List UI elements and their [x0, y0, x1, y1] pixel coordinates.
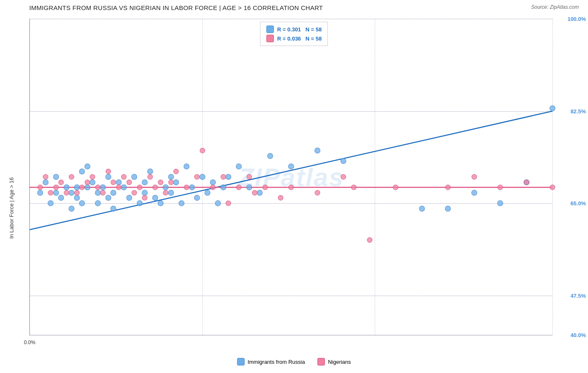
y-axis-label: In Labor Force | Age > 16 [8, 177, 15, 239]
y-label-82: 82.5% [570, 108, 586, 114]
scatter-dot-pink [184, 185, 189, 190]
legend-r-pink: R = 0.036 N = 58 [277, 36, 322, 42]
scatter-dot-pink [393, 185, 399, 190]
legend-swatch-pink [266, 35, 274, 42]
scatter-dot-blue [267, 153, 273, 159]
scatter-dot-blue [137, 200, 143, 206]
scatter-dot-pink [236, 185, 242, 190]
scatter-dot-blue [257, 190, 263, 196]
scatter-dot-pink [64, 190, 69, 195]
scatter-dot-pink [100, 190, 106, 195]
scatter-dot-pink [199, 148, 205, 153]
scatter-dot-blue [550, 105, 555, 111]
scatter-dot-pink [289, 185, 294, 190]
scatter-dot-pink [524, 179, 529, 185]
scatter-dot-blue [168, 190, 174, 196]
scatter-dot-blue [184, 164, 189, 169]
legend-swatch-blue [266, 26, 274, 33]
scatter-dot-blue [74, 195, 80, 201]
scatter-dot-blue [116, 179, 122, 185]
scatter-dot-blue [69, 206, 74, 212]
scatter-dot-blue [236, 164, 242, 169]
scatter-dot-pink [247, 174, 252, 180]
scatter-dot-pink [111, 179, 116, 185]
scatter-dot-pink [95, 185, 100, 190]
scatter-dot-blue [64, 184, 69, 190]
scatter-dot-blue [163, 184, 169, 190]
scatter-dot-blue [419, 206, 425, 212]
scatter-dot-pink [142, 195, 148, 201]
chart-plot-area: ZIPatlas 100.0% 82.5% 65.0% 47.5% 40.0% … [29, 19, 552, 335]
scatter-dot-blue [158, 200, 164, 206]
scatter-dot-pink [262, 185, 268, 190]
scatter-dot-pink [341, 174, 346, 180]
chart-title: IMMIGRANTS FROM RUSSIA VS NIGERIAN IN LA… [4, 4, 580, 11]
scatter-dot-blue [147, 169, 153, 174]
bottom-legend-nigerians: Nigerians [317, 358, 351, 365]
bottom-swatch-russia [237, 358, 245, 365]
scatter-dot-pink [174, 169, 179, 174]
scatter-dot-blue [246, 184, 252, 190]
scatter-dot-blue [110, 190, 116, 196]
scatter-dot-pink [210, 185, 215, 190]
legend-row-blue: R = 0.301 N = 58 [266, 26, 322, 33]
scatter-dot-pink [168, 179, 174, 185]
scatter-dot-blue [314, 148, 320, 153]
scatter-dot-blue [74, 184, 80, 190]
y-label-100: 100.0% [568, 16, 586, 22]
scatter-dot-blue [215, 200, 221, 206]
bottom-swatch-nigerians [317, 358, 325, 365]
scatter-dot-blue [53, 190, 59, 196]
scatter-dot-pink [132, 190, 137, 195]
scatter-dot-pink [43, 174, 48, 180]
scatter-dot-pink [84, 179, 90, 185]
scatter-dot-blue [110, 206, 116, 212]
scatter-dot-blue [168, 174, 174, 180]
scatter-dot-blue [179, 200, 184, 206]
scatter-dot-blue [131, 174, 137, 180]
scatter-dot-blue [445, 206, 451, 212]
chart-container: IMMIGRANTS FROM RUSSIA VS NIGERIAN IN LA… [0, 0, 588, 373]
scatter-dot-blue [58, 195, 64, 201]
scatter-dot-pink [550, 185, 555, 190]
scatter-dot-blue [95, 200, 101, 206]
scatter-dot-blue [205, 190, 210, 196]
scatter-dot-blue [43, 179, 49, 185]
scatter-dot-pink [158, 179, 163, 185]
scatter-dot-blue [194, 195, 200, 201]
scatter-dot-blue [225, 174, 231, 180]
scatter-dot-pink [498, 185, 503, 190]
scatter-dot-pink [90, 174, 95, 180]
bottom-legend-russia: Immigrants from Russia [237, 358, 305, 365]
scatter-dot-blue [471, 190, 477, 196]
scatter-dot-pink [147, 174, 153, 180]
scatter-dot-blue [84, 164, 90, 169]
legend-box: R = 0.301 N = 58 R = 0.036 N = 58 [260, 22, 328, 46]
source-citation: Source: ZipAtlas.com [531, 4, 579, 10]
bottom-label-russia: Immigrants from Russia [248, 359, 305, 365]
scatter-dot-blue [199, 174, 205, 180]
scatter-dot-pink [59, 179, 64, 185]
scatter-dot-pink [79, 185, 85, 190]
x-label-0: 0.0% [24, 340, 35, 345]
scatter-dot-blue [142, 190, 148, 196]
scatter-dot-pink [194, 174, 200, 180]
scatter-dot-blue [173, 179, 179, 185]
scatter-dot-blue [100, 184, 106, 190]
scatter-dot-blue [79, 200, 85, 206]
scatter-dot-blue [210, 179, 216, 185]
scatter-dot-blue [84, 184, 90, 190]
scatter-dot-pink [153, 185, 158, 190]
scatter-dot-blue [142, 179, 148, 185]
scatter-dot-pink [351, 185, 357, 190]
grid-line-40 [30, 335, 552, 335]
scatter-dot-blue [53, 174, 59, 180]
scatter-dot-pink [69, 174, 74, 180]
scatter-dot-blue [89, 179, 95, 185]
scatter-dot-blue [189, 184, 195, 190]
legend-row-pink: R = 0.036 N = 58 [266, 35, 322, 42]
scatter-dot-blue [105, 195, 111, 201]
scatter-dot-blue [48, 200, 54, 206]
scatter-dot-pink [220, 174, 226, 180]
scatter-dot-pink [471, 174, 477, 180]
